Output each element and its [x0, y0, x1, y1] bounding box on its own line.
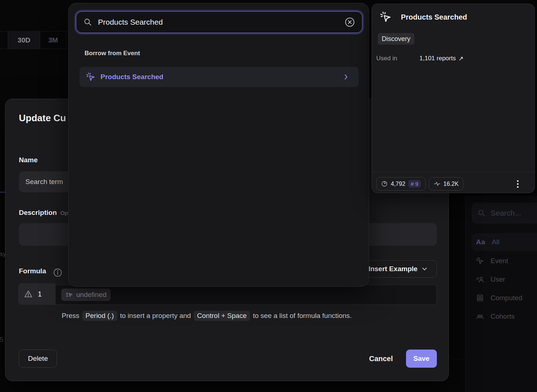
warning-icon — [24, 290, 33, 298]
report-count-stat[interactable]: 4,792 # 9 — [376, 177, 426, 191]
delete-button[interactable]: Delete — [19, 350, 57, 368]
insert-example-button[interactable]: Insert Example — [359, 260, 437, 278]
cancel-button[interactable]: Cancel — [363, 350, 399, 368]
rank-badge: # 9 — [408, 180, 421, 188]
sidebar-item-label: Event — [491, 257, 508, 265]
background-axis-fragment: 55 — [0, 336, 3, 344]
time-range-button-30d[interactable]: 30D — [8, 31, 40, 49]
activity-pulse-icon — [434, 180, 440, 187]
user-profile-icon — [476, 275, 484, 283]
formula-input[interactable]: undefined — [55, 285, 437, 305]
dropdown-search-field[interactable] — [76, 11, 362, 33]
external-link-arrow-icon: ↗ — [458, 55, 463, 62]
sidebar-item-event[interactable]: Event — [472, 252, 537, 270]
event-cursor-icon — [86, 72, 95, 82]
sidebar-item-all[interactable]: Aa All — [472, 233, 537, 251]
sidebar-item-cohorts[interactable]: Cohorts — [472, 308, 537, 325]
pie-chart-icon — [381, 180, 388, 187]
search-result-products-searched[interactable]: Products Searched — [79, 67, 359, 87]
event-detail-card: Products Searched Discovery Used in 1,10… — [372, 4, 535, 193]
save-button[interactable]: Save — [406, 350, 437, 368]
formula-error-gutter: 1 — [18, 283, 55, 305]
used-in-label: Used in — [376, 55, 419, 62]
search-icon — [477, 209, 485, 217]
chevron-down-icon — [421, 266, 428, 272]
sidebar-item-computed[interactable]: Computed — [472, 289, 537, 307]
used-in-reports-link[interactable]: 1,101 reports — [419, 55, 456, 62]
kbd-period: Period (.) — [82, 311, 117, 321]
dropdown-search-input[interactable] — [98, 18, 339, 26]
event-volume-stat[interactable]: 16.2K — [429, 177, 463, 191]
background-chart-tick — [0, 192, 5, 193]
time-range-button-7d[interactable]: D — [0, 31, 8, 49]
time-range-button-3m[interactable]: 3M — [40, 31, 66, 49]
name-label: Name — [19, 156, 38, 164]
category-badge: Discovery — [378, 33, 414, 45]
event-title: Products Searched — [401, 13, 467, 21]
event-card-header: Products Searched — [380, 11, 467, 23]
info-icon[interactable] — [53, 268, 62, 277]
modal-title: Update Cu — [19, 113, 66, 124]
property-icon — [66, 291, 73, 298]
event-cursor-icon — [380, 11, 392, 23]
property-search-dropdown: Borrow from Event Products Searched — [68, 3, 369, 287]
search-icon — [83, 18, 92, 26]
kbd-control-space: Control + Space — [194, 311, 250, 321]
app-screen: D 30D 3M lay 55 Search... Aa All Event U… — [0, 0, 537, 392]
sidebar-item-label: Computed — [491, 294, 522, 302]
borrow-from-event-heading: Borrow from Event — [85, 50, 140, 57]
text-type-icon: Aa — [476, 238, 485, 246]
sidebar-item-label: Cohorts — [491, 313, 515, 320]
error-count: 1 — [38, 290, 42, 298]
cohorts-people-icon — [476, 313, 484, 320]
clear-search-icon[interactable] — [345, 17, 355, 27]
sidebar-search-placeholder: Search... — [491, 209, 521, 217]
sidebar-search-input[interactable]: Search... — [472, 203, 537, 224]
formula-help-text: Press Period (.) to insert a property an… — [62, 311, 352, 321]
formula-label: Formula — [19, 267, 46, 275]
event-cursor-icon — [476, 257, 484, 265]
calculator-icon — [476, 294, 484, 302]
sidebar-item-label: User — [491, 275, 505, 283]
formula-property-chip[interactable]: undefined — [61, 289, 111, 301]
result-label: Products Searched — [101, 73, 338, 81]
sidebar-item-user[interactable]: User — [472, 271, 537, 288]
chevron-right-icon — [343, 74, 349, 80]
card-divider — [372, 172, 534, 172]
more-options-kebab-icon[interactable] — [513, 179, 523, 189]
used-in-row: Used in 1,101 reports ↗ — [376, 55, 463, 62]
sidebar-item-label: All — [492, 238, 499, 246]
